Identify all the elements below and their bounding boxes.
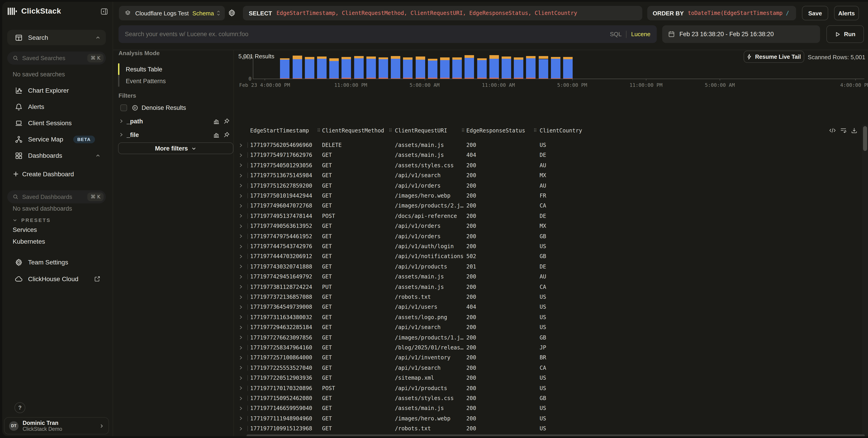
preset-kubernetes[interactable]: Kubernetes: [13, 238, 45, 245]
histogram-chart[interactable]: 2400Feb 23 4:00:00 PM11:00:00 PM5:00:00 …: [234, 50, 868, 95]
table-row[interactable]: 1771977276623097856GET/images/products/1…: [234, 332, 862, 343]
expand-row-icon[interactable]: [239, 295, 243, 299]
sidebar-item-search[interactable]: Search: [7, 30, 106, 45]
search-input[interactable]: Search your events w/ Lucene ex. column:…: [119, 25, 657, 43]
sidebar-item-chart-explorer[interactable]: Chart Explorer: [7, 83, 106, 98]
table-row[interactable]: 1771977220512903936GET/sitemap.xml200US: [234, 373, 862, 383]
scrollbar-thumb[interactable]: [863, 126, 867, 151]
help-button[interactable]: ?: [14, 402, 25, 413]
column-grip-icon[interactable]: ⠿: [461, 128, 465, 133]
expand-row-icon[interactable]: [239, 376, 243, 380]
analysis-mode-results-table[interactable]: Results Table: [118, 63, 227, 75]
histogram-bar[interactable]: [452, 50, 462, 78]
download-icon[interactable]: [851, 127, 858, 134]
histogram-bar[interactable]: [440, 50, 450, 78]
histogram-bar[interactable]: [329, 50, 339, 78]
denoise-label[interactable]: Denoise Results: [142, 104, 186, 111]
analysis-mode-event-patterns[interactable]: Event Patterns: [118, 75, 227, 87]
sidebar-item-clickhouse-cloud[interactable]: ClickHouse Cloud: [7, 271, 106, 287]
table-row[interactable]: 1771977501019442944GET/images/hero.webp2…: [234, 191, 862, 201]
expand-row-icon[interactable]: [239, 275, 243, 279]
histogram-bar[interactable]: [366, 50, 376, 78]
preset-services[interactable]: Services: [13, 226, 37, 233]
table-row[interactable]: 1771977549717662976GET/assets/main.js404…: [234, 150, 862, 161]
filter-field-file[interactable]: _file: [119, 130, 230, 139]
histogram-bar[interactable]: [428, 50, 437, 78]
lucene-toggle[interactable]: Lucene: [631, 31, 650, 37]
table-row[interactable]: 1771977364549739008GET/api/v1/users404US: [234, 302, 862, 312]
table-row[interactable]: 1771977381128724224PUT/assets/main.js200…: [234, 282, 862, 292]
histogram-bar[interactable]: [551, 50, 560, 78]
expand-row-icon[interactable]: [239, 183, 243, 188]
sidebar-item-team-settings[interactable]: Team Settings: [7, 255, 106, 270]
run-button[interactable]: Run: [827, 25, 864, 43]
table-row[interactable]: 1771977495137478144POST/docs/api-referen…: [234, 211, 862, 221]
expand-row-icon[interactable]: [239, 234, 243, 238]
create-dashboard-button[interactable]: Create Dashboard: [7, 168, 106, 180]
expand-row-icon[interactable]: [239, 143, 243, 147]
histogram-bar[interactable]: [292, 50, 302, 78]
table-row[interactable]: 1771977170170320896POST/api/v1/products2…: [234, 383, 862, 393]
time-range-picker[interactable]: Feb 23 16:38:20 - Feb 25 16:38:20: [662, 25, 820, 43]
table-row[interactable]: 1771977490563613952GET/api/v1/orders200M…: [234, 221, 862, 231]
expand-row-icon[interactable]: [239, 244, 243, 248]
expand-row-icon[interactable]: [239, 315, 243, 319]
histogram-bar[interactable]: [563, 50, 572, 78]
table-row[interactable]: 1771977146659959040GET/assets/main.js200…: [234, 403, 862, 413]
column-header-EdgeStartTimestamp[interactable]: EdgeStartTimestamp: [250, 128, 309, 134]
histogram-bar[interactable]: [538, 50, 548, 78]
histogram-bar[interactable]: [514, 50, 523, 78]
pin-icon[interactable]: [223, 118, 230, 125]
expand-row-icon[interactable]: [239, 214, 243, 218]
table-row[interactable]: 1771977513675145984GET/api/v1/search200M…: [234, 170, 862, 180]
gear-icon[interactable]: [228, 9, 236, 17]
histogram-bar[interactable]: [305, 50, 314, 78]
histogram-bar[interactable]: [317, 50, 327, 78]
column-header-ClientRequestMethod[interactable]: ClientRequestMethod: [322, 128, 384, 134]
wrap-lines-icon[interactable]: [840, 127, 847, 134]
expand-row-icon[interactable]: [239, 416, 243, 420]
histogram-bar[interactable]: [403, 50, 413, 78]
column-header-ClientCountry[interactable]: ClientCountry: [539, 128, 582, 134]
expand-row-icon[interactable]: [239, 163, 243, 167]
histogram-bar[interactable]: [465, 50, 474, 78]
histogram-bar[interactable]: [379, 50, 388, 78]
column-grip-icon[interactable]: ⠿: [533, 128, 537, 133]
histogram-bar[interactable]: [526, 50, 536, 78]
table-row[interactable]: 1771977479754461952GET/api/v1/orders200G…: [234, 231, 862, 241]
expand-row-icon[interactable]: [239, 305, 243, 309]
more-filters-button[interactable]: More filters: [118, 142, 234, 154]
expand-row-icon[interactable]: [239, 224, 243, 228]
column-header-EdgeResponseStatus[interactable]: EdgeResponseStatus: [466, 128, 525, 134]
expand-row-icon[interactable]: [239, 406, 243, 410]
table-row[interactable]: 1771977111948904960GET/images/hero.webp2…: [234, 413, 862, 424]
histogram-bar[interactable]: [280, 50, 290, 78]
table-row[interactable]: 1771977430320741888GET/api/v1/products20…: [234, 262, 862, 272]
source-selector[interactable]: Cloudflare Logs Test Schema: [119, 6, 225, 20]
expand-row-icon[interactable]: [239, 366, 243, 370]
sidebar-item-alerts[interactable]: Alerts: [7, 99, 106, 114]
histogram-bar[interactable]: [391, 50, 400, 78]
histogram-bar[interactable]: [489, 50, 499, 78]
table-row[interactable]: 1771977429451649792GET/assets/main.js200…: [234, 272, 862, 282]
table-row[interactable]: 1771977311634380032GET/assets/logo.png20…: [234, 312, 862, 323]
table-row[interactable]: 1771977512627859200GET/api/v1/orders200A…: [234, 180, 862, 191]
code-view-icon[interactable]: [829, 127, 836, 134]
column-grip-icon[interactable]: ⠿: [317, 128, 320, 133]
column-header-ClientRequestURI[interactable]: ClientRequestURI: [395, 128, 447, 134]
save-button[interactable]: Save: [802, 6, 828, 20]
table-row[interactable]: 1771977258347964160GET/blog/2025/01/rele…: [234, 343, 862, 353]
expand-row-icon[interactable]: [239, 194, 243, 198]
expand-row-icon[interactable]: [239, 173, 243, 177]
histogram-bar[interactable]: [342, 50, 351, 78]
table-row[interactable]: 1771977562054696960DELETE/assets/main.js…: [234, 140, 862, 150]
expand-row-icon[interactable]: [239, 153, 243, 157]
schema-toggle[interactable]: Schema: [192, 10, 214, 16]
pin-icon[interactable]: [223, 131, 230, 138]
sidebar-item-dashboards[interactable]: Dashboards: [7, 148, 106, 163]
expand-row-icon[interactable]: [239, 204, 243, 208]
expand-row-icon[interactable]: [239, 356, 243, 360]
histogram-bar[interactable]: [415, 50, 425, 78]
presets-toggle[interactable]: PRESETS: [13, 217, 51, 223]
table-row[interactable]: 1771977225553527040GET/api/v1/search200C…: [234, 363, 862, 373]
